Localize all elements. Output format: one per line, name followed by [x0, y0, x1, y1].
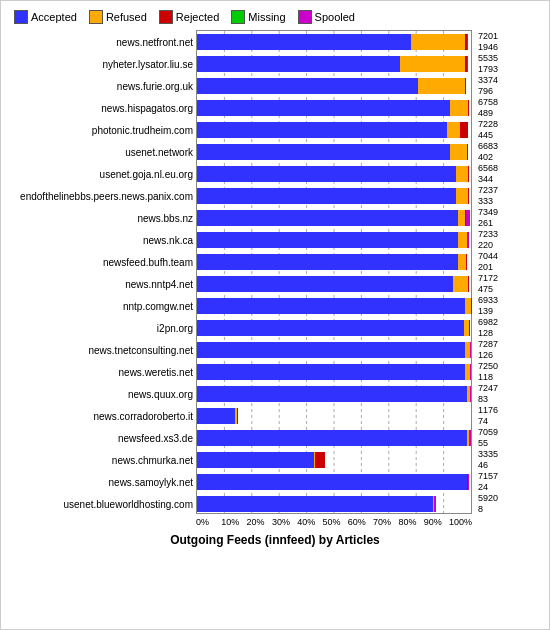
bar-values: 7349261	[475, 207, 543, 229]
bar-area	[197, 298, 475, 314]
accepted-segment	[197, 144, 450, 160]
missing-legend-label: Missing	[248, 11, 285, 23]
x-tick: 100%	[449, 516, 472, 527]
row-label: nntp.comgw.net	[7, 301, 197, 312]
value-2: 74	[478, 416, 488, 426]
spooled-segment	[469, 430, 470, 446]
value-1: 7287	[478, 339, 498, 349]
row-label: nyheter.lysator.liu.se	[7, 59, 197, 70]
bar-area	[197, 122, 475, 138]
bar-values: 7250118	[475, 361, 543, 383]
value-2: 8	[478, 504, 483, 514]
refused-segment	[411, 34, 465, 50]
legend-item-rejected: Rejected	[159, 10, 219, 24]
rejected-legend-label: Rejected	[176, 11, 219, 23]
value-2: 118	[478, 372, 493, 382]
value-1: 6933	[478, 295, 498, 305]
accepted-segment	[197, 100, 450, 116]
table-row: usenet.network6683402	[7, 141, 543, 163]
bar-values: 6758489	[475, 97, 543, 119]
row-label: news.nntp4.net	[7, 279, 197, 290]
refused-legend-label: Refused	[106, 11, 147, 23]
table-row: news.furie.org.uk3374796	[7, 75, 543, 97]
row-label: news.furie.org.uk	[7, 81, 197, 92]
table-row: nyheter.lysator.liu.se55351793	[7, 53, 543, 75]
value-2: 344	[478, 174, 493, 184]
rejected-segment	[468, 188, 469, 204]
value-1: 7201	[478, 31, 498, 41]
bar-area	[197, 408, 475, 424]
accepted-segment	[197, 122, 447, 138]
row-label: endofthelinebbs.peers.news.panix.com	[7, 191, 197, 202]
table-row: news.nk.ca7233220	[7, 229, 543, 251]
accepted-legend-box	[14, 10, 28, 24]
value-1: 7157	[478, 471, 498, 481]
table-row: photonic.trudheim.com7228445	[7, 119, 543, 141]
accepted-segment	[197, 364, 465, 380]
accepted-legend-label: Accepted	[31, 11, 77, 23]
bar-area	[197, 320, 475, 336]
accepted-segment	[197, 474, 467, 490]
spooled-legend-label: Spooled	[315, 11, 355, 23]
value-2: 333	[478, 196, 493, 206]
spooled-segment	[467, 56, 468, 72]
accepted-segment	[197, 430, 467, 446]
table-row: news.nntp4.net7172475	[7, 273, 543, 295]
bar-area	[197, 210, 475, 226]
table-row: news.samoylyk.net715724	[7, 471, 543, 493]
accepted-segment	[197, 254, 458, 270]
bar-values: 7287126	[475, 339, 543, 361]
bar-values: 6683402	[475, 141, 543, 163]
refused-segment	[456, 188, 469, 204]
accepted-segment	[197, 276, 453, 292]
row-label: newsfeed.xs3.de	[7, 433, 197, 444]
value-1: 6758	[478, 97, 498, 107]
bar-area	[197, 342, 475, 358]
accepted-segment	[197, 452, 314, 468]
table-row: i2pn.org6982128	[7, 317, 543, 339]
bar-area	[197, 254, 475, 270]
refused-segment	[418, 78, 465, 94]
x-tick: 50%	[322, 516, 347, 527]
missing-legend-box	[231, 10, 245, 24]
row-label: news.samoylyk.net	[7, 477, 197, 488]
value-2: 126	[478, 350, 493, 360]
value-2: 139	[478, 306, 493, 316]
table-row: news.netfront.net72011946	[7, 31, 543, 53]
x-tick: 80%	[398, 516, 423, 527]
rejected-segment	[471, 298, 472, 314]
bar-values: 6568344	[475, 163, 543, 185]
value-1: 3335	[478, 449, 498, 459]
bar-values: 705955	[475, 427, 543, 449]
row-label: usenet.network	[7, 147, 197, 158]
refused-segment	[450, 144, 467, 160]
value-2: 445	[478, 130, 493, 140]
bar-area	[197, 166, 475, 182]
bar-values: 715724	[475, 471, 543, 493]
rejected-segment	[468, 166, 469, 182]
value-2: 796	[478, 86, 493, 96]
bar-values: 333546	[475, 449, 543, 471]
value-2: 475	[478, 284, 493, 294]
value-1: 6683	[478, 141, 498, 151]
x-tick: 10%	[221, 516, 246, 527]
value-2: 201	[478, 262, 493, 272]
refused-segment	[456, 166, 469, 182]
rejected-segment	[315, 452, 325, 468]
bar-values: 117674	[475, 405, 543, 427]
spooled-segment	[434, 496, 436, 512]
value-1: 6568	[478, 163, 498, 173]
row-label: i2pn.org	[7, 323, 197, 334]
refused-segment	[450, 100, 468, 116]
bar-values: 7233220	[475, 229, 543, 251]
value-1: 7247	[478, 383, 498, 393]
table-row: usenet.goja.nl.eu.org6568344	[7, 163, 543, 185]
accepted-segment	[197, 496, 433, 512]
row-label: usenet.goja.nl.eu.org	[7, 169, 197, 180]
table-row: endofthelinebbs.peers.news.panix.com7237…	[7, 185, 543, 207]
bar-area	[197, 56, 475, 72]
bar-area	[197, 430, 475, 446]
value-2: 402	[478, 152, 493, 162]
rejected-legend-box	[159, 10, 173, 24]
bar-area	[197, 364, 475, 380]
